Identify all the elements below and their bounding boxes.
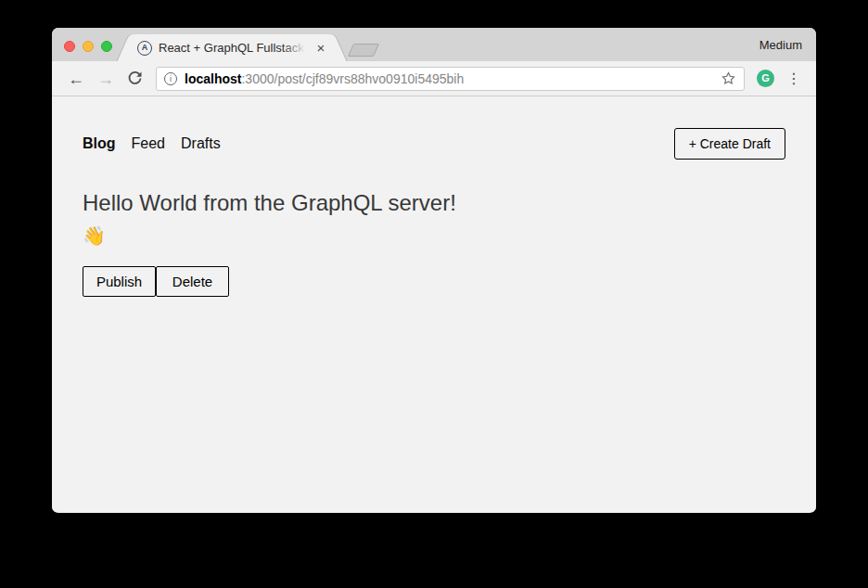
- browser-menu-icon[interactable]: ⋮: [781, 70, 807, 87]
- nav-link-drafts[interactable]: Drafts: [181, 135, 221, 152]
- star-icon-glyph: [721, 70, 736, 86]
- site-nav: Blog Feed Drafts: [83, 135, 221, 152]
- minimize-window-button[interactable]: [83, 41, 94, 52]
- post-actions: Publish Delete: [83, 266, 785, 297]
- back-icon[interactable]: ←: [61, 70, 91, 87]
- tab-favicon-icon: A: [137, 41, 152, 56]
- create-draft-button[interactable]: + Create Draft: [674, 128, 785, 160]
- nav-link-feed[interactable]: Feed: [132, 135, 165, 152]
- post-title: Hello World from the GraphQL server!: [83, 190, 785, 216]
- window-controls: [64, 41, 112, 52]
- browser-toolbar: ← → i localhost:3000/post/cjf89vrs88hvo0…: [52, 61, 816, 96]
- browser-tab[interactable]: A React + GraphQL Fullstack Boilerplate …: [132, 34, 332, 61]
- browser-window: A React + GraphQL Fullstack Boilerplate …: [52, 28, 816, 513]
- nav-link-blog[interactable]: Blog: [83, 135, 116, 152]
- grammarly-extension-icon[interactable]: G: [757, 70, 774, 87]
- new-tab-button[interactable]: [348, 44, 379, 57]
- page-header: Blog Feed Drafts + Create Draft: [83, 128, 785, 160]
- tab-title-fade: [282, 34, 310, 61]
- url-path: :3000/post/cjf89vrs88hvo0910i5495bih: [241, 71, 464, 86]
- tab-bar: A React + GraphQL Fullstack Boilerplate …: [52, 28, 816, 61]
- profile-label[interactable]: Medium: [760, 38, 802, 52]
- site-info-icon[interactable]: i: [164, 72, 177, 85]
- reload-icon[interactable]: [121, 70, 149, 86]
- page-content: Blog Feed Drafts + Create Draft Hello Wo…: [52, 96, 816, 512]
- zoom-window-button[interactable]: [101, 41, 112, 52]
- delete-button[interactable]: Delete: [156, 266, 229, 297]
- reload-icon-glyph: [127, 70, 143, 86]
- url-text: localhost:3000/post/cjf89vrs88hvo0910i54…: [185, 71, 464, 86]
- close-window-button[interactable]: [64, 41, 75, 52]
- url-host: localhost: [185, 71, 241, 86]
- post-body-emoji: 👋: [83, 224, 785, 247]
- address-bar[interactable]: i localhost:3000/post/cjf89vrs88hvo0910i…: [156, 67, 745, 91]
- tab-close-icon[interactable]: ×: [313, 41, 328, 56]
- publish-button[interactable]: Publish: [83, 266, 156, 297]
- forward-icon[interactable]: →: [91, 70, 121, 87]
- bookmark-star-icon[interactable]: [721, 70, 736, 86]
